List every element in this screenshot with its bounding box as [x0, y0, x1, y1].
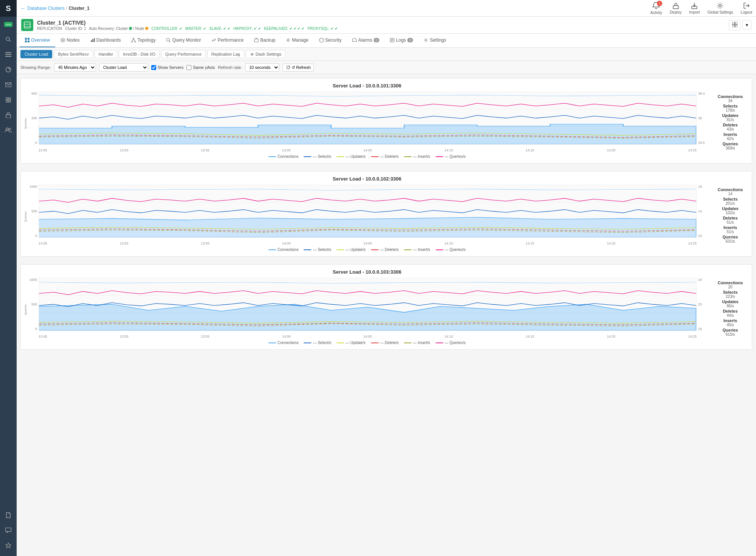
tab-security[interactable]: Security	[314, 34, 347, 47]
dropdown-button[interactable]: ▾	[742, 20, 751, 30]
chart-area-1: Connections	[39, 92, 697, 145]
svg-point-43	[287, 39, 289, 41]
sidebar-item-star[interactable]	[0, 538, 17, 553]
legend-deletes-2: — Delete/s	[371, 248, 399, 252]
logo-icon: S	[6, 4, 11, 13]
stat-deletes-3: Deletes 44/s	[713, 309, 747, 318]
chart-box-3: 1000 500 0 24 20 16	[25, 278, 709, 338]
main-wrapper: ← Database Clusters / Cluster_1 1 Activi…	[17, 0, 756, 556]
refresh-rate-select[interactable]: 10 seconds 30 seconds 1 minute	[245, 63, 279, 72]
stat-updates-1: Updates 81/s	[713, 113, 747, 122]
import-button[interactable]: Import	[689, 2, 700, 14]
legend-inserts-2: — Insert/s	[404, 248, 430, 252]
y-axis-left-2: 1000 500 0	[25, 185, 39, 238]
sidebar-item-search[interactable]	[0, 32, 17, 47]
cluster-status-dot	[129, 27, 132, 30]
activity-button[interactable]: 1 Activity	[650, 2, 662, 15]
chart-area-2: Connections	[39, 185, 697, 238]
tab-dashboards-label: Dashboards	[96, 37, 121, 43]
breadcrumb-db-clusters[interactable]: Database Clusters	[27, 6, 65, 11]
global-settings-button[interactable]: Global Settings	[708, 2, 733, 14]
toolbar: Showing Range: 45 Minutes Ago 30 Minutes…	[17, 61, 756, 74]
sidebar-item-list[interactable]	[0, 47, 17, 62]
svg-rect-16	[673, 6, 678, 9]
show-servers-checkbox[interactable]	[151, 65, 156, 70]
view-toggle-button[interactable]	[729, 20, 741, 30]
range-select[interactable]: 45 Minutes Ago 30 Minutes Ago 1 Hour Ago	[54, 63, 96, 72]
svg-rect-25	[735, 25, 737, 27]
logout-button[interactable]: Logout	[740, 2, 752, 14]
svg-line-41	[169, 41, 170, 42]
showing-range-label: Showing Range:	[20, 65, 51, 70]
subtab-replication-lag[interactable]: Replication Lag	[207, 50, 244, 58]
svg-point-31	[62, 39, 64, 41]
tab-settings-label: Settings	[430, 37, 446, 43]
tab-performance[interactable]: Performance	[206, 34, 249, 47]
svg-rect-32	[91, 40, 92, 42]
import-icon	[691, 2, 698, 9]
subtab-handler[interactable]: Handler	[95, 50, 118, 58]
cluster-meta: REPLICATION Cluster ID: 1 Auto Recovery:…	[37, 26, 729, 31]
stat-inserts-1: Inserts 42/s	[713, 132, 747, 141]
chart-svg-3	[39, 278, 696, 330]
chart-legend-1: Connections — Select/s — Update/s — Dele…	[25, 154, 709, 159]
cluster-header-right: ▾	[729, 20, 751, 30]
deploy-button[interactable]: Deploy	[670, 2, 681, 14]
tab-topology[interactable]: Topology	[126, 34, 161, 47]
sidebar-item-new[interactable]: new	[0, 17, 17, 32]
same-yaxis-label[interactable]: Same yAxis	[186, 65, 215, 70]
back-button[interactable]: ←	[20, 5, 26, 11]
chart-section-2: Server Load - 10.0.0.102:3306 1000 500 0…	[20, 171, 752, 257]
breadcrumb-separator: /	[66, 6, 67, 11]
tab-manage[interactable]: Manage	[281, 34, 314, 47]
cluster-type: REPLICATION	[37, 26, 62, 31]
sidebar-item-lock[interactable]	[0, 107, 17, 123]
svg-point-48	[425, 39, 427, 41]
tab-alarms[interactable]: Alarms 0	[347, 34, 385, 47]
legend-inserts-line	[404, 156, 411, 157]
subtab-query-performance[interactable]: Query Performance	[161, 50, 206, 58]
breadcrumb: ← Database Clusters / Cluster_1	[20, 5, 90, 11]
logout-icon	[743, 2, 750, 9]
tab-overview[interactable]: Overview	[20, 34, 55, 47]
legend-connections-2: Connections	[269, 248, 299, 252]
sidebar-item-file[interactable]	[0, 508, 17, 523]
tab-nodes[interactable]: Nodes	[55, 34, 85, 47]
svg-point-18	[719, 5, 721, 7]
chart-svg-2	[39, 185, 696, 237]
tab-backup[interactable]: Backup	[249, 34, 281, 47]
chart-svg-1	[39, 92, 696, 144]
stat-updates-2: Updates 102/s	[713, 206, 747, 215]
stat-selects-2: Selects 201/s	[713, 197, 747, 206]
sidebar-item-puzzle[interactable]	[0, 92, 17, 107]
legend-queries-2: — Queries/s	[436, 248, 466, 252]
sidebar-item-chart[interactable]	[0, 62, 17, 77]
subtab-innodb-disk-io[interactable]: InnoDB - Disk I/O	[119, 50, 160, 58]
svg-rect-24	[732, 25, 734, 27]
tab-query-monitor[interactable]: Query Monitor	[161, 34, 206, 47]
tab-settings[interactable]: Settings	[418, 34, 451, 47]
sidebar-item-users[interactable]	[0, 123, 17, 138]
metric-select[interactable]: Cluster Load	[99, 63, 148, 72]
y-axis-right-1: 38.4 36 33.6	[697, 92, 709, 145]
logs-icon	[390, 38, 394, 42]
subtab-dash-settings[interactable]: Dash Settings	[246, 50, 286, 58]
tab-logs-label: Logs	[396, 37, 406, 43]
refresh-button[interactable]: ↺ Refresh	[283, 64, 314, 72]
node-status-dot	[145, 27, 148, 30]
logout-label: Logout	[740, 10, 752, 14]
svg-marker-15	[6, 543, 11, 548]
svg-rect-33	[92, 39, 93, 42]
keepalived-status: KEEPALIVED: ✔ ✔ ✔ ✔	[264, 26, 304, 31]
legend-updates-2: — Update/s	[337, 248, 366, 252]
tab-logs[interactable]: Logs 0	[385, 34, 418, 47]
subtab-cluster-load[interactable]: Cluster Load	[20, 50, 52, 58]
show-servers-label[interactable]: Show Servers	[151, 65, 183, 70]
same-yaxis-checkbox[interactable]	[186, 65, 191, 70]
svg-point-37	[135, 41, 136, 42]
tab-dashboards[interactable]: Dashboards	[85, 34, 126, 47]
sidebar-item-envelope[interactable]	[0, 77, 17, 92]
sidebar-item-comment[interactable]	[0, 523, 17, 538]
subtab-bytes-sent-recv[interactable]: Bytes Sent/Recv	[54, 50, 93, 58]
stats-panel-3: Connections 20 Selects 223/s Updates 86/…	[713, 269, 747, 345]
